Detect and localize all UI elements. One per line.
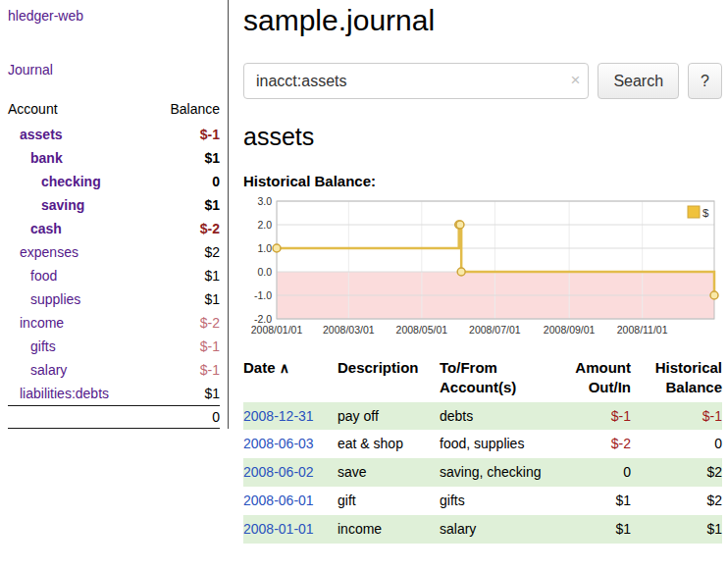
account-link-saving[interactable]: saving [41,197,84,213]
svg-text:1.0: 1.0 [257,242,272,254]
account-balance: $1 [150,264,220,287]
account-link-checking[interactable]: checking [41,174,101,189]
account-heading: assets [243,123,722,151]
sidebar-nav: Journal [8,61,220,78]
transaction-date-link[interactable]: 2008-01-01 [243,521,314,537]
accounts-total-balance: 0 [150,406,220,429]
page-title: sample.journal [243,0,722,37]
register-table: Date ∧ Description To/From Account(s) Am… [243,354,722,544]
account-row: expenses $2 [8,240,220,264]
account-link-liabilities-debts[interactable]: liabilities:debts [20,386,109,401]
accounts-header-account: Account [8,98,150,123]
account-link-food[interactable]: food [30,268,57,284]
register-row[interactable]: 2008-06-01 gift gifts $1 $2 [243,487,722,515]
account-link-income[interactable]: income [20,315,64,331]
account-row: gifts $-1 [8,335,220,358]
amount-cell: $-2 [555,430,631,458]
accounts-cell: gifts [440,487,555,515]
account-row: income $-2 [8,311,220,335]
account-link-supplies[interactable]: supplies [30,291,80,307]
amount-cell: 0 [555,458,631,487]
account-balance: $1 [150,193,220,217]
date-header-label: Date [243,359,276,376]
accounts-cell: debts [440,402,555,431]
account-balance: $-2 [150,217,220,240]
account-row: salary $-1 [8,358,220,382]
account-row: supplies $1 [8,287,220,311]
balance-cell: $2 [631,458,722,487]
clear-search-icon[interactable]: × [570,71,580,90]
sort-asc-icon: ∧ [280,360,289,376]
register-header-description: Description [338,354,440,402]
historical-balance-chart[interactable]: 2008/01/012008/03/012008/05/012008/07/01… [243,193,722,342]
transaction-date-link[interactable]: 2008-06-03 [243,436,314,451]
account-link-gifts[interactable]: gifts [30,338,56,354]
chart-title: Historical Balance: [243,173,722,189]
accounts-header-balance: Balance [150,98,220,123]
balance-cell: $1 [631,515,722,544]
balance-cell: $-1 [631,402,722,431]
account-balance: $2 [150,240,220,264]
svg-text:2008/05/01: 2008/05/01 [396,324,448,336]
accounts-table: Account Balance assets $-1 bank $1 check… [8,98,220,429]
register-header-balance: Historical Balance [631,354,722,402]
account-row: cash $-2 [8,217,220,240]
svg-text:2008/09/01: 2008/09/01 [544,324,596,336]
svg-text:3.0: 3.0 [257,195,272,207]
account-row: assets $-1 [8,123,220,146]
account-row: bank $1 [8,146,220,170]
balance-cell: $2 [631,487,722,515]
account-balance: $1 [150,287,220,311]
sidebar-item-journal[interactable]: Journal [8,62,53,78]
account-link-assets[interactable]: assets [20,127,63,142]
description-cell: save [338,458,440,487]
account-link-bank[interactable]: bank [30,150,63,166]
description-cell: income [338,515,440,544]
account-link-salary[interactable]: salary [30,362,67,378]
accounts-cell: salary [440,515,555,544]
svg-text:2008/01/01: 2008/01/01 [251,324,303,336]
svg-text:-2.0: -2.0 [254,313,272,325]
account-link-cash[interactable]: cash [30,221,62,236]
accounts-cell: food, supplies [440,430,555,458]
account-row: saving $1 [8,193,220,217]
account-link-expenses[interactable]: expenses [20,244,78,260]
account-balance: $1 [150,146,220,170]
account-balance: $1 [150,382,220,406]
search-box: × [243,63,589,99]
account-row: liabilities:debts $1 [8,382,220,406]
search-input[interactable] [243,63,589,99]
svg-text:2.0: 2.0 [257,219,272,231]
amount-cell: $-1 [555,402,631,431]
accounts-header-row: Account Balance [8,98,220,123]
account-row: checking 0 [8,170,220,193]
register-header-date[interactable]: Date ∧ [243,354,338,402]
svg-text:$: $ [702,207,709,219]
account-balance: $-1 [150,123,220,146]
amount-cell: $1 [555,487,631,515]
register-row[interactable]: 2008-01-01 income salary $1 $1 [243,515,722,544]
svg-text:-1.0: -1.0 [254,289,272,301]
transaction-date-link[interactable]: 2008-06-01 [243,493,314,508]
sidebar: hledger-web Journal Account Balance asse… [0,0,229,429]
svg-text:2008/11/01: 2008/11/01 [617,324,668,336]
help-button[interactable]: ? [688,63,722,99]
register-row[interactable]: 2008-06-03 eat & shop food, supplies $-2… [243,430,722,458]
register-row[interactable]: 2008-12-31 pay off debts $-1 $-1 [243,402,722,431]
transaction-date-link[interactable]: 2008-12-31 [243,408,314,424]
register-header-row: Date ∧ Description To/From Account(s) Am… [243,354,722,402]
transaction-date-link[interactable]: 2008-06-02 [243,464,314,480]
accounts-total-row: 0 [8,406,220,429]
svg-text:2008/03/01: 2008/03/01 [323,324,375,336]
account-row: food $1 [8,264,220,287]
search-button[interactable]: Search [598,63,679,99]
account-balance: $-1 [150,335,220,358]
description-cell: gift [338,487,440,515]
brand-link[interactable]: hledger-web [8,8,220,24]
account-balance: 0 [150,170,220,193]
account-balance: $-2 [150,311,220,335]
description-cell: pay off [338,402,440,431]
svg-text:0.0: 0.0 [257,266,272,278]
register-row[interactable]: 2008-06-02 save saving, checking 0 $2 [243,458,722,487]
chart-svg: 2008/01/012008/03/012008/05/012008/07/01… [243,193,722,342]
